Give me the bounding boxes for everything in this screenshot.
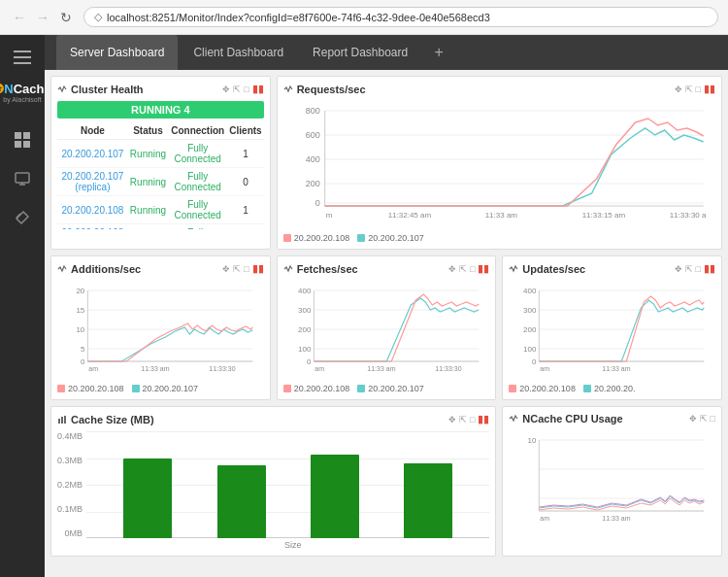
pause-icon-fet[interactable]: ▮▮ [478, 262, 489, 275]
fullscreen-icon[interactable]: □ [244, 85, 248, 94]
col-status: Status [128, 122, 168, 140]
resize-icon-cs[interactable]: ✥ [448, 415, 456, 424]
cluster-table: Node Status Connection Clients 20.200.20… [57, 122, 264, 229]
sidebar-icon-monitor[interactable] [5, 161, 40, 196]
additions-controls: ✥ ⇱ □ ▮▮ [222, 262, 263, 275]
requests-legend: 20.200.20.108 20.200.20.107 [283, 233, 715, 243]
svg-text:11:33:30 a: 11:33:30 a [669, 211, 706, 220]
additions-chart-area: 20 15 10 5 0 am 11:33 am 11:33:30 [57, 281, 264, 393]
cluster-health-panel: Cluster Health ✥ ⇱ □ ▮▮ RUNNING 4 [50, 76, 271, 250]
cluster-table-row: 20.200.20.108RunningFully Connected1 [57, 196, 264, 224]
pause-icon-upd[interactable]: ▮▮ [704, 262, 715, 275]
cache-bar-1 [123, 458, 172, 539]
additions-panel: Additions/sec ✥ ⇱ □ ▮▮ [50, 255, 271, 400]
cluster-table-scroll[interactable]: Node Status Connection Clients 20.200.20… [57, 122, 264, 229]
fullscreen-icon-add[interactable]: □ [244, 264, 248, 274]
requests-title: Requests/sec [283, 84, 366, 95]
svg-text:200: 200 [305, 179, 319, 188]
cpu-controls: ✥ ⇱ □ [689, 414, 715, 424]
svg-text:am: am [541, 515, 550, 522]
cluster-status-bar: RUNNING 4 [57, 101, 264, 119]
updates-header: Updates/sec ✥ ⇱ □ ▮▮ [509, 262, 715, 275]
cluster-cell-clients: 1 [227, 196, 263, 224]
sidebar-icon-grid[interactable] [5, 122, 40, 157]
sidebar-icon-tools[interactable] [5, 200, 40, 235]
cluster-cell-node: 20.200.20.108 [57, 196, 128, 224]
svg-text:20: 20 [76, 287, 84, 295]
expand-icon[interactable]: ⇱ [233, 85, 241, 94]
add-dot-teal [132, 385, 140, 392]
expand-icon-add[interactable]: ⇱ [233, 264, 241, 274]
svg-rect-73 [61, 417, 63, 424]
svg-text:0: 0 [81, 357, 85, 366]
requests-svg: 800 600 400 200 0 m 11:32:45 am 11:33 am [283, 101, 715, 227]
fet-legend-108: 20.200.20.108 [283, 384, 350, 393]
address-bar[interactable]: ◇ localhost:8251/Monitor/Index?configId=… [83, 7, 718, 27]
upd-dot-teal [583, 385, 591, 392]
cache-size-header: Cache Size (MB) ✥ ⇱ □ ▮▮ [57, 413, 489, 425]
pause-icon-req[interactable]: ▮▮ [704, 83, 715, 95]
svg-text:11:32:45 am: 11:32:45 am [387, 211, 431, 220]
fullscreen-icon-req[interactable]: □ [696, 85, 701, 94]
cluster-cell-status: Running [128, 224, 168, 230]
svg-text:11:33 am: 11:33 am [603, 515, 631, 522]
right-container: Server Dashboard Client Dashboard Report… [45, 35, 728, 577]
resize-icon-add[interactable]: ✥ [222, 264, 230, 274]
svg-rect-7 [16, 173, 29, 183]
expand-icon-req[interactable]: ⇱ [685, 85, 693, 94]
cpu-chart-area: 10 am 11:33 am [509, 430, 715, 530]
expand-icon-cpu[interactable]: ⇱ [700, 414, 708, 424]
tab-server-dashboard[interactable]: Server Dashboard [56, 35, 178, 70]
expand-icon-upd[interactable]: ⇱ [685, 264, 693, 274]
cache-bars [86, 431, 489, 538]
fetches-title: Fetches/sec [283, 263, 358, 275]
dashboard-grid: Cluster Health ✥ ⇱ □ ▮▮ RUNNING 4 [45, 70, 728, 562]
back-button[interactable]: ← [10, 8, 29, 27]
url-text: localhost:8251/Monitor/Index?configId=e8… [107, 12, 708, 23]
tab-client-dashboard[interactable]: Client Dashboard [180, 35, 297, 70]
svg-rect-6 [23, 141, 30, 148]
legend-107: 20.200.20.107 [357, 233, 424, 243]
fetches-header: Fetches/sec ✥ ⇱ □ ▮▮ [283, 262, 490, 275]
svg-text:10: 10 [528, 436, 537, 445]
cluster-cell-status: Running [128, 196, 168, 224]
fullscreen-icon-cs[interactable]: □ [470, 415, 475, 424]
cluster-cell-status: Running [128, 140, 168, 168]
svg-text:0: 0 [314, 198, 319, 208]
svg-rect-2 [14, 62, 31, 64]
fet-dot-pink [283, 385, 291, 392]
cache-bar-4 [404, 463, 452, 538]
add-tab-button[interactable]: + [427, 41, 450, 64]
resize-icon-fet[interactable]: ✥ [448, 264, 456, 274]
fullscreen-icon-upd[interactable]: □ [696, 264, 701, 274]
svg-text:0: 0 [307, 357, 312, 366]
fetches-legend: 20.200.20.108 20.200.20.107 [283, 384, 490, 393]
svg-text:0: 0 [532, 357, 537, 366]
browser-chrome: ← → ↻ ◇ localhost:8251/Monitor/Index?con… [0, 0, 728, 35]
cluster-table-row: 20.200.20.107RunningFully Connected1 [57, 140, 264, 168]
legend-dot-teal [357, 234, 365, 242]
resize-icon-req[interactable]: ✥ [675, 85, 682, 94]
svg-text:300: 300 [523, 306, 537, 315]
pause-icon-add[interactable]: ▮▮ [252, 262, 264, 275]
resize-icon[interactable]: ✥ [222, 85, 230, 94]
fullscreen-icon-fet[interactable]: □ [470, 264, 475, 274]
expand-icon-cs[interactable]: ⇱ [459, 415, 467, 424]
forward-button[interactable]: → [33, 8, 52, 27]
svg-rect-3 [15, 132, 21, 139]
pause-icon-cs[interactable]: ▮▮ [478, 413, 489, 425]
cluster-cell-status: Running [128, 168, 168, 196]
hamburger-button[interactable] [5, 43, 40, 72]
cluster-health-title: Cluster Health [57, 84, 144, 95]
fullscreen-icon-cpu[interactable]: □ [711, 414, 715, 424]
cache-bar-3 [311, 455, 359, 538]
resize-icon-upd[interactable]: ✥ [675, 264, 682, 274]
col-connection: Connection [168, 122, 227, 140]
refresh-button[interactable]: ↻ [56, 8, 76, 27]
expand-icon-fet[interactable]: ⇱ [459, 264, 467, 274]
resize-icon-cpu[interactable]: ✥ [689, 414, 697, 424]
pause-icon[interactable]: ▮▮ [252, 83, 264, 95]
sidebar: ✪NCache by Alachisoft [0, 35, 45, 577]
cluster-table-row: 20.200.20.108 (replica)RunningFully Conn… [57, 224, 264, 230]
tab-report-dashboard[interactable]: Report Dashboard [299, 35, 421, 70]
